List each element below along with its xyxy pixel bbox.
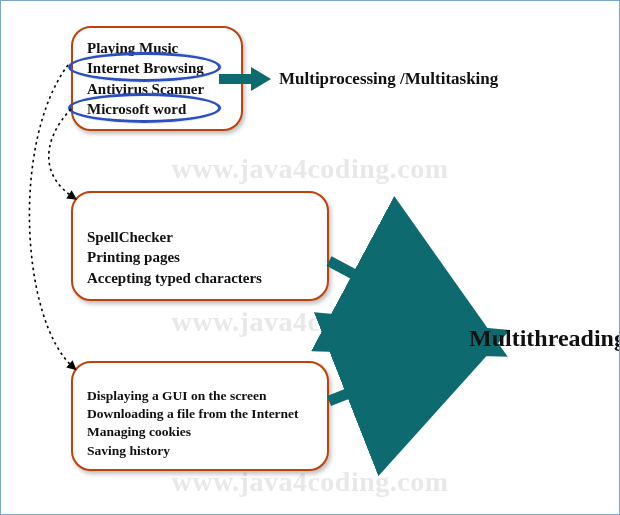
- list-item: Internet Browsing: [87, 58, 227, 78]
- label-multiprocessing: Multiprocessing /Multitasking: [279, 69, 498, 89]
- list-item: SpellChecker: [87, 227, 313, 247]
- browser-thread-box: Displaying a GUI on the screen Downloadi…: [71, 361, 329, 471]
- list-item: Microsoft word: [87, 99, 227, 119]
- word-thread-box: SpellChecker Printing pages Accepting ty…: [71, 191, 329, 301]
- list-item: Saving history: [87, 442, 313, 460]
- list-item: Printing pages: [87, 247, 313, 267]
- list-item: Antivirus Scanner: [87, 79, 227, 99]
- list-item: Managing cookies: [87, 423, 313, 441]
- list-item: Accepting typed characters: [87, 268, 313, 288]
- list-item: Downloading a file from the Internet: [87, 405, 313, 423]
- diagram-canvas: www.java4coding.com www.java4coding.com …: [0, 0, 620, 515]
- process-list-box: Playing Music Internet Browsing Antiviru…: [71, 26, 243, 131]
- list-item: Displaying a GUI on the screen: [87, 387, 313, 405]
- list-item: Playing Music: [87, 38, 227, 58]
- label-multithreading: Multithreading: [469, 325, 620, 352]
- watermark-text: www.java4coding.com: [1, 153, 619, 185]
